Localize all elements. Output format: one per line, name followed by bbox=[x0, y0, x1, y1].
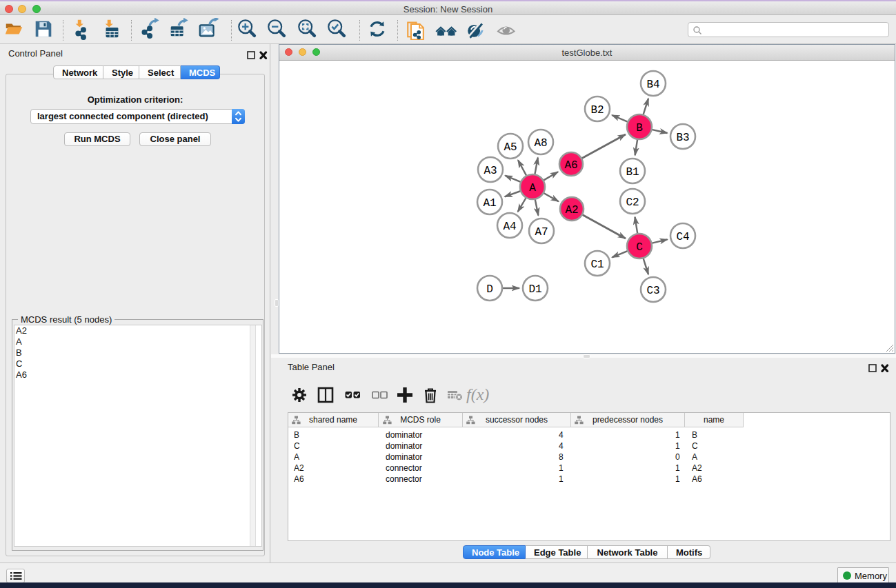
svg-text:A4: A4 bbox=[503, 221, 516, 233]
svg-text:A3: A3 bbox=[484, 165, 497, 177]
svg-text:C3: C3 bbox=[646, 285, 659, 297]
svg-text:A7: A7 bbox=[535, 226, 548, 239]
svg-text:D: D bbox=[486, 283, 493, 296]
svg-text:B4: B4 bbox=[646, 79, 659, 91]
svg-text:B2: B2 bbox=[590, 104, 604, 116]
svg-text:C2: C2 bbox=[626, 196, 639, 209]
svg-text:C: C bbox=[636, 241, 643, 254]
svg-text:B: B bbox=[636, 122, 643, 134]
svg-text:B3: B3 bbox=[676, 132, 689, 144]
svg-text:C4: C4 bbox=[676, 231, 689, 243]
svg-text:A2: A2 bbox=[565, 204, 578, 216]
svg-text:D1: D1 bbox=[528, 283, 541, 296]
svg-text:A5: A5 bbox=[504, 141, 517, 154]
svg-text:B1: B1 bbox=[626, 166, 639, 179]
svg-text:A8: A8 bbox=[534, 137, 547, 150]
svg-text:A: A bbox=[529, 182, 536, 194]
svg-text:C1: C1 bbox=[590, 258, 604, 271]
svg-text:A1: A1 bbox=[483, 197, 496, 210]
svg-text:A6: A6 bbox=[564, 159, 577, 172]
